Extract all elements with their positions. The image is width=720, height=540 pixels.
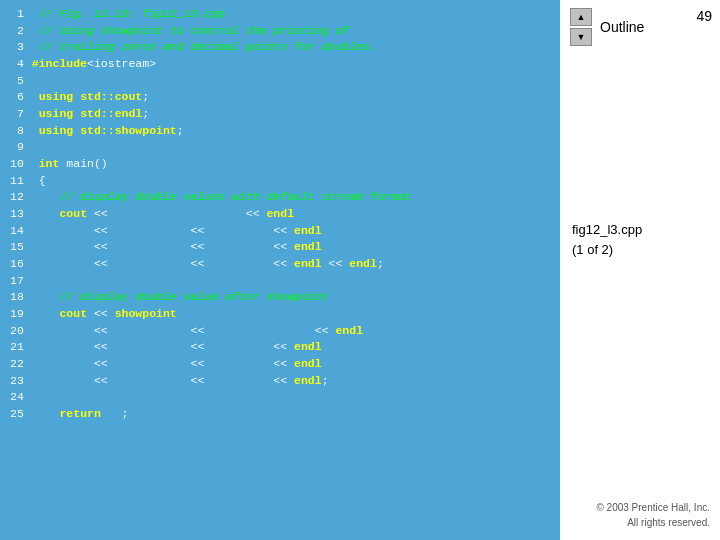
line-number: 20: [10, 323, 32, 340]
line-number: 6: [10, 89, 32, 106]
line-number: 3: [10, 39, 32, 56]
line-code: using std::endl;: [32, 106, 550, 123]
line-code: << << << endl << endl;: [32, 256, 550, 273]
line-code: << << << endl: [32, 223, 550, 240]
code-line: 15 << << << endl: [10, 239, 550, 256]
line-code: return ;: [32, 406, 550, 423]
code-line: 4#include<iostream>: [10, 56, 550, 73]
line-number: 23: [10, 373, 32, 390]
line-number: 19: [10, 306, 32, 323]
line-code: << << << endl: [32, 339, 550, 356]
arrow-buttons: ▲ ▼: [570, 8, 592, 46]
code-line: 10 int main(): [10, 156, 550, 173]
line-number: 14: [10, 223, 32, 240]
line-number: 24: [10, 389, 32, 406]
line-code: // display double value after showpoint: [32, 289, 550, 306]
code-line: 2 // Using showpoint to control the prin…: [10, 23, 550, 40]
line-number: 21: [10, 339, 32, 356]
code-line: 19 cout << showpoint: [10, 306, 550, 323]
line-code: int main(): [32, 156, 550, 173]
code-line: 18 // display double value after showpoi…: [10, 289, 550, 306]
line-code: // trailing zeros and decimal points for…: [32, 39, 550, 56]
code-line: 21 << << << endl: [10, 339, 550, 356]
line-code: using std::showpoint;: [32, 123, 550, 140]
line-number: 13: [10, 206, 32, 223]
line-number: 5: [10, 73, 32, 90]
code-line: 13 cout << << endl: [10, 206, 550, 223]
line-number: 25: [10, 406, 32, 423]
code-line: 7 using std::endl;: [10, 106, 550, 123]
code-line: 6 using std::cout;: [10, 89, 550, 106]
line-number: 22: [10, 356, 32, 373]
line-code: [32, 73, 550, 90]
line-code: << << << endl: [32, 356, 550, 373]
code-line: 14 << << << endl: [10, 223, 550, 240]
line-number: 4: [10, 56, 32, 73]
line-number: 12: [10, 189, 32, 206]
line-number: 18: [10, 289, 32, 306]
right-panel: ▲ ▼ Outline: [560, 0, 720, 540]
code-line: 25 return ;: [10, 406, 550, 423]
code-line: 24: [10, 389, 550, 406]
code-line: 11 {: [10, 173, 550, 190]
line-code: using std::cout;: [32, 89, 550, 106]
line-number: 10: [10, 156, 32, 173]
code-line: 9: [10, 139, 550, 156]
line-code: // Fig. 12.13: fig12_13.cpp: [32, 6, 550, 23]
code-line: 12 // display double values with default…: [10, 189, 550, 206]
line-number: 16: [10, 256, 32, 273]
line-number: 9: [10, 139, 32, 156]
line-code: #include<iostream>: [32, 56, 550, 73]
line-code: [32, 273, 550, 290]
line-code: [32, 139, 550, 156]
line-code: << << << endl;: [32, 373, 550, 390]
line-number: 1: [10, 6, 32, 23]
line-code: << << << endl: [32, 323, 550, 340]
line-number: 8: [10, 123, 32, 140]
line-code: << << << endl: [32, 239, 550, 256]
line-number: 2: [10, 23, 32, 40]
line-number: 17: [10, 273, 32, 290]
copyright-line2: All rights reserved.: [627, 517, 710, 528]
code-line: 23 << << << endl;: [10, 373, 550, 390]
code-line: 22 << << << endl: [10, 356, 550, 373]
code-line: 1 // Fig. 12.13: fig12_13.cpp: [10, 6, 550, 23]
nav-controls: ▲ ▼ Outline: [570, 8, 644, 46]
code-line: 20 << << << endl: [10, 323, 550, 340]
down-arrow-button[interactable]: ▼: [570, 28, 592, 46]
code-line: 5: [10, 73, 550, 90]
bottom-bar: [0, 490, 560, 540]
code-panel: 1 // Fig. 12.13: fig12_13.cpp2 // Using …: [0, 0, 560, 490]
up-arrow-button[interactable]: ▲: [570, 8, 592, 26]
line-code: // display double values with default st…: [32, 189, 550, 206]
code-line: 8 using std::showpoint;: [10, 123, 550, 140]
page-number: 49: [696, 8, 712, 24]
line-code: [32, 389, 550, 406]
fig-label-text: fig12_l3.cpp(1 of 2): [572, 222, 642, 257]
fig-label: fig12_l3.cpp(1 of 2): [572, 220, 642, 259]
code-line: 16 << << << endl << endl;: [10, 256, 550, 273]
outline-label: Outline: [600, 19, 644, 35]
copyright: © 2003 Prentice Hall, Inc. All rights re…: [596, 500, 710, 530]
line-code: {: [32, 173, 550, 190]
line-code: cout << << endl: [32, 206, 550, 223]
line-number: 7: [10, 106, 32, 123]
code-table: 1 // Fig. 12.13: fig12_13.cpp2 // Using …: [10, 6, 550, 423]
code-line: 3 // trailing zeros and decimal points f…: [10, 39, 550, 56]
line-number: 11: [10, 173, 32, 190]
line-number: 15: [10, 239, 32, 256]
code-line: 17: [10, 273, 550, 290]
line-code: // Using showpoint to control the printi…: [32, 23, 550, 40]
copyright-line1: © 2003 Prentice Hall, Inc.: [596, 502, 710, 513]
line-code: cout << showpoint: [32, 306, 550, 323]
